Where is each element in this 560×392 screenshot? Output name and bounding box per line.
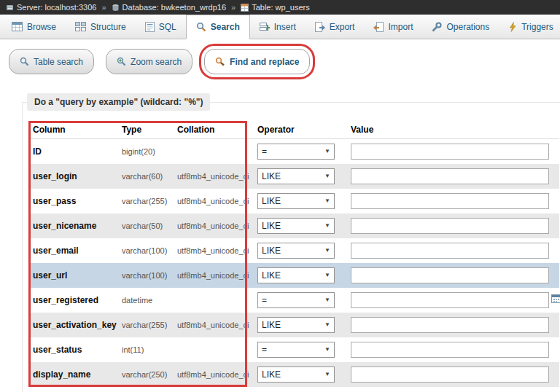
subtab-find-and-replace[interactable]: Find and replace (204, 49, 310, 74)
table-row-user-nicename: user_nicename varchar(50) utf8mb4_unicod… (28, 213, 559, 238)
column-name: user_url (28, 263, 117, 288)
table-row-user-registered: user_registered datetime =▼ (28, 288, 559, 313)
column-name: user_pass (28, 189, 117, 213)
tab-insert[interactable]: Insert (250, 15, 306, 39)
tab-browse[interactable]: Browse (2, 15, 66, 39)
breadcrumb-table[interactable]: Table: wp_users (241, 3, 310, 12)
column-collation (173, 288, 247, 313)
tab-import[interactable]: Import (364, 15, 422, 39)
value-input[interactable] (351, 366, 549, 383)
table-row-display-name: display_name varchar(250) utf8mb4_unicod… (28, 362, 559, 387)
value-input[interactable] (351, 144, 549, 160)
column-type: varchar(50) (117, 213, 173, 238)
tab-label: Search (211, 22, 240, 32)
value-input[interactable] (351, 342, 549, 358)
chevron-down-icon: ▼ (324, 371, 330, 377)
column-name: user_nicename (28, 213, 117, 238)
tab-label: Operations (446, 22, 489, 32)
table-row-user-pass: user_pass varchar(255) utf8mb4_unicode_c… (28, 189, 559, 213)
column-name: user_activation_key (28, 313, 117, 337)
column-collation: utf8mb4_unicode_ci (173, 263, 247, 288)
table-row-user-url: user_url varchar(100) utf8mb4_unicode_ci… (28, 263, 559, 288)
tab-sql[interactable]: SQL (136, 15, 186, 39)
breadcrumb-server-label: Server: localhost:3306 (17, 3, 96, 12)
operator-select[interactable]: LIKE▼ (257, 168, 335, 184)
breadcrumb-table-label: Table: wp_users (252, 3, 310, 12)
calendar-icon[interactable] (551, 293, 560, 306)
column-name: ID (28, 139, 117, 164)
tab-operations[interactable]: Operations (422, 15, 499, 39)
table-row-user-login: user_login varchar(60) utf8mb4_unicode_c… (28, 164, 559, 189)
column-name: user_registered (28, 288, 117, 313)
chevron-down-icon: ▼ (324, 272, 330, 278)
column-collation: utf8mb4_unicode_ci (173, 313, 247, 337)
column-type: datetime (117, 288, 173, 313)
breadcrumb-separator: » (231, 3, 236, 12)
table-search-icon (20, 57, 29, 66)
operator-value: = (262, 295, 267, 305)
table-row-user-email: user_email varchar(100) utf8mb4_unicode_… (28, 238, 559, 263)
value-input[interactable] (351, 243, 549, 259)
operator-select[interactable]: LIKE▼ (257, 218, 335, 234)
operator-select[interactable]: =▼ (257, 342, 335, 358)
subtab-label: Zoom search (131, 57, 182, 67)
operator-select[interactable]: =▼ (257, 144, 335, 160)
chevron-down-icon: ▼ (324, 297, 330, 303)
operator-value: LIKE (262, 270, 281, 281)
operator-select[interactable]: LIKE▼ (257, 366, 335, 383)
operations-icon (432, 22, 442, 32)
tab-export[interactable]: Export (306, 15, 365, 39)
column-type: varchar(100) (117, 238, 173, 263)
column-name: user_login (28, 164, 117, 189)
operator-select[interactable]: LIKE▼ (257, 193, 335, 209)
table-icon (241, 4, 249, 12)
breadcrumb-separator: » (101, 3, 106, 12)
operator-value: LIKE (262, 196, 281, 206)
tab-triggers[interactable]: Triggers (499, 15, 560, 39)
chevron-down-icon: ▼ (324, 173, 330, 179)
value-input[interactable] (351, 317, 549, 333)
breadcrumb-database[interactable]: Database: bwkeeton_wrdp16 (112, 3, 226, 12)
database-icon (112, 4, 120, 12)
operator-select[interactable]: LIKE▼ (257, 317, 335, 333)
operator-value: = (262, 146, 267, 157)
fieldset-legend: Do a "query by example" (wildcard: "%") (27, 93, 210, 111)
subtab-label: Table search (34, 57, 83, 67)
header-type: Type (117, 121, 173, 139)
header-operator: Operator (247, 121, 349, 139)
tab-search[interactable]: Search (186, 15, 250, 39)
breadcrumb-server[interactable]: Server: localhost:3306 (6, 3, 96, 12)
table-row-user-status: user_status int(11) =▼ (28, 337, 559, 362)
search-table-wrap: Column Type Collation Operator Value ID … (28, 121, 560, 387)
value-input[interactable] (351, 267, 549, 283)
zoom-search-icon (117, 57, 126, 66)
column-type: varchar(100) (117, 263, 173, 288)
tab-label: Browse (27, 22, 56, 32)
value-input[interactable] (351, 193, 549, 209)
breadcrumb: Server: localhost:3306 » Database: bwkee… (0, 0, 560, 15)
subtab-zoom-search[interactable]: Zoom search (106, 49, 192, 74)
value-input[interactable] (351, 168, 549, 184)
value-input[interactable] (351, 292, 549, 308)
triggers-icon (508, 22, 517, 32)
operator-select[interactable]: LIKE▼ (257, 243, 335, 259)
search-table: Column Type Collation Operator Value ID … (28, 121, 559, 387)
query-by-example-fieldset: Do a "query by example" (wildcard: "%") … (22, 93, 560, 392)
operator-value: LIKE (262, 320, 281, 330)
tab-structure[interactable]: Structure (66, 15, 136, 39)
column-collation: utf8mb4_unicode_ci (173, 164, 247, 189)
import-icon (373, 22, 384, 32)
column-type: varchar(250) (117, 362, 173, 387)
table-row-id: ID bigint(20) =▼ (28, 139, 559, 164)
value-input[interactable] (351, 218, 549, 234)
operator-select[interactable]: =▼ (257, 292, 335, 308)
chevron-down-icon: ▼ (324, 148, 330, 154)
column-collation: utf8mb4_unicode_ci (173, 362, 247, 387)
column-name: user_email (28, 238, 117, 263)
tab-label: Insert (274, 22, 296, 32)
operator-select[interactable]: LIKE▼ (257, 267, 335, 283)
subtab-table-search[interactable]: Table search (9, 49, 94, 74)
column-type: varchar(255) (117, 189, 173, 213)
header-value: Value (349, 121, 559, 139)
chevron-down-icon: ▼ (324, 247, 330, 254)
